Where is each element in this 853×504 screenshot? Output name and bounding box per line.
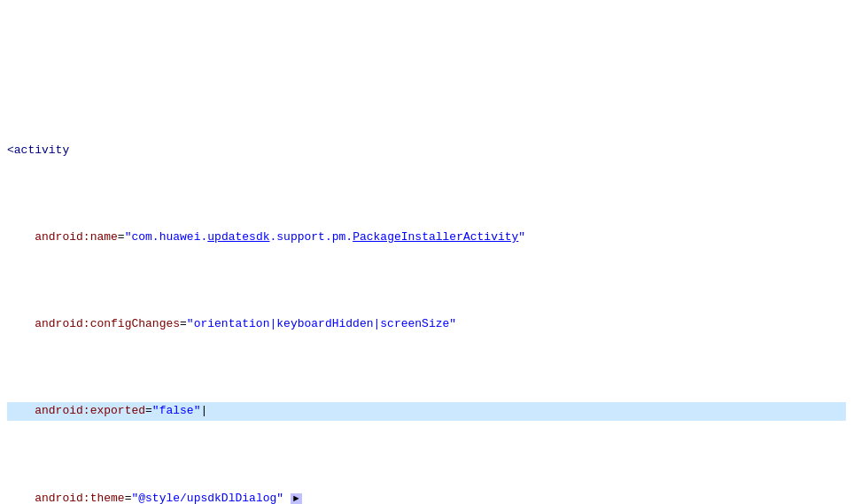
code-editor: <activity android:name="com.huawei.updat… xyxy=(0,0,853,504)
code-line-2: <activity xyxy=(7,142,846,159)
code-line-6: android:theme="@style/upsdkDlDialog" ► xyxy=(7,490,846,504)
code-line-3: android:name="com.huawei.updatesdk.suppo… xyxy=(7,229,846,246)
code-line-5: android:exported="false"| xyxy=(7,402,846,420)
code-line-4: android:configChanges="orientation|keybo… xyxy=(7,315,846,333)
